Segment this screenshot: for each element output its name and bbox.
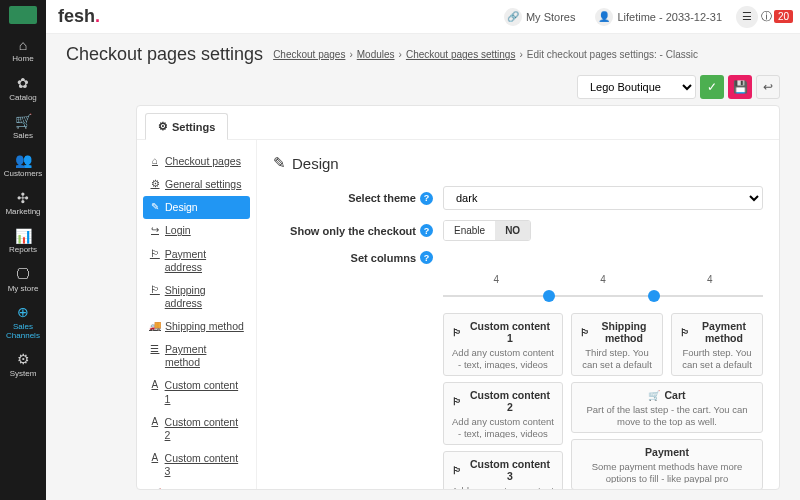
menu-icon: ☰ xyxy=(149,343,161,369)
settings-panel: ⚙Settings ⌂Checkout pages⚙General settin… xyxy=(136,105,780,490)
nav-icon: ⊕ xyxy=(0,305,46,320)
col-val: 4 xyxy=(656,274,763,289)
card-custom2[interactable]: 🏳Custom content 2Add any custom content … xyxy=(443,382,563,445)
sidemenu-custom-content-3[interactable]: ACustom content 3 xyxy=(143,447,250,483)
col-val: 4 xyxy=(443,274,550,289)
tab-settings[interactable]: ⚙Settings xyxy=(145,113,228,140)
menu-icon: A xyxy=(149,452,161,478)
flag-icon: 🏳 xyxy=(680,327,690,338)
nav-icon: 📊 xyxy=(0,229,46,244)
nav-marketing[interactable]: ✣Marketing xyxy=(0,185,46,223)
toggle-enable[interactable]: Enable xyxy=(444,221,495,240)
help-icon[interactable]: ? xyxy=(420,224,433,237)
section-title: ✎Design xyxy=(273,154,763,172)
nav-sales[interactable]: 🛒Sales xyxy=(0,108,46,146)
sidemenu-login[interactable]: ↪Login xyxy=(143,219,250,242)
nav-sales-channels[interactable]: ⊕Sales Channels xyxy=(0,299,46,346)
flag-icon: 🏳 xyxy=(452,396,462,407)
content-area: ✎Design Select theme? dark Show only the… xyxy=(257,140,779,489)
plan-chip[interactable]: 👤Lifetime - 2033-12-31 xyxy=(589,8,728,26)
card-shipping-method[interactable]: 🏳Shipping methodThird step. You can set … xyxy=(571,313,663,376)
card-payment-method[interactable]: 🏳Payment methodFourth step. You can set … xyxy=(671,313,763,376)
slider-handle[interactable] xyxy=(543,290,555,302)
nav-icon: ✿ xyxy=(0,76,46,91)
sidemenu-shipping-address[interactable]: 🏳Shipping address xyxy=(143,279,250,315)
nav-icon: ⌂ xyxy=(0,38,46,53)
flag-icon: 🏳 xyxy=(580,327,590,338)
nav-icon: ⚙ xyxy=(0,352,46,367)
menu-icon: ⚙ xyxy=(149,178,161,191)
toggle-no[interactable]: NO xyxy=(495,221,530,240)
menu-icon: 🛒 xyxy=(149,488,161,489)
card-custom1[interactable]: 🏳Custom content 1Add any custom content … xyxy=(443,313,563,376)
menu-icon: ⌂ xyxy=(149,155,161,168)
back-button[interactable]: ↩ xyxy=(756,75,780,99)
topbar: fesh. 🔗My Stores 👤Lifetime - 2033-12-31 … xyxy=(46,0,800,34)
sidemenu-payment-address[interactable]: 🏳Payment address xyxy=(143,243,250,279)
nav-customers[interactable]: 👥Customers xyxy=(0,147,46,185)
logo: fesh. xyxy=(58,6,100,27)
card-custom3[interactable]: 🏳Custom content 3Add any custom content … xyxy=(443,451,563,489)
columns-label: Set columns? xyxy=(273,251,443,264)
crumb-link[interactable]: Checkout pages xyxy=(273,49,345,60)
crumb-link[interactable]: Checkout pages settings xyxy=(406,49,516,60)
sidemenu-general-settings[interactable]: ⚙General settings xyxy=(143,173,250,196)
left-sidebar: ⌂Home✿Catalog🛒Sales👥Customers✣Marketing📊… xyxy=(0,0,46,500)
theme-select[interactable]: dark xyxy=(443,186,763,210)
sidemenu-shipping-method[interactable]: 🚚Shipping method xyxy=(143,315,250,338)
nav-my-store[interactable]: 🖵My store xyxy=(0,261,46,299)
link-icon: 🔗 xyxy=(504,8,522,26)
only-checkout-toggle[interactable]: Enable NO xyxy=(443,220,531,241)
gear-icon: ⚙ xyxy=(158,120,168,133)
sidemenu-custom-content-1[interactable]: ACustom content 1 xyxy=(143,374,250,410)
nav-reports[interactable]: 📊Reports xyxy=(0,223,46,261)
nav-home[interactable]: ⌂Home xyxy=(0,32,46,70)
sidemenu-payment-method[interactable]: ☰Payment method xyxy=(143,338,250,374)
menu-icon: A xyxy=(149,416,161,442)
menu-button[interactable]: ☰ xyxy=(736,6,758,28)
slider-handle[interactable] xyxy=(648,290,660,302)
sidemenu-cart-confirm[interactable]: 🛒Cart & Confirm xyxy=(143,483,250,489)
menu-icon: ✎ xyxy=(149,201,161,214)
menu-icon: 🚚 xyxy=(149,320,161,333)
menu-icon: A xyxy=(149,379,161,405)
sidemenu-checkout-pages[interactable]: ⌂Checkout pages xyxy=(143,150,250,173)
user-icon: 👤 xyxy=(595,8,613,26)
menu-icon: ↪ xyxy=(149,224,161,237)
theme-label: Select theme? xyxy=(273,192,443,205)
page-header: Checkout pages settings Checkout pages› … xyxy=(46,34,800,105)
nav-icon: 👥 xyxy=(0,153,46,168)
crumb-tail: Edit checkout pages settings: - Classic xyxy=(527,49,698,60)
menu-icon: 🏳 xyxy=(149,248,161,274)
menu-icon: 🏳 xyxy=(149,284,161,310)
nav-icon: 🛒 xyxy=(0,114,46,129)
sidemenu-custom-content-2[interactable]: ACustom content 2 xyxy=(143,411,250,447)
help-icon[interactable]: ? xyxy=(420,251,433,264)
only-checkout-label: Show only the checkout? xyxy=(273,224,443,237)
card-payment[interactable]: PaymentSome payment methods have more op… xyxy=(571,439,763,489)
col-val: 4 xyxy=(550,274,657,289)
nav-catalog[interactable]: ✿Catalog xyxy=(0,70,46,108)
store-select[interactable]: Lego Boutique xyxy=(577,75,696,99)
settings-sidemenu: ⌂Checkout pages⚙General settings✎Design↪… xyxy=(137,140,257,489)
breadcrumb: Checkout pages› Modules› Checkout pages … xyxy=(273,49,698,60)
nav-system[interactable]: ⚙System xyxy=(0,346,46,384)
flag-icon: 🏳 xyxy=(452,465,462,476)
notifications-button[interactable]: ⓘ20 xyxy=(766,6,788,28)
columns-slider[interactable] xyxy=(443,289,763,303)
help-icon[interactable]: ? xyxy=(420,192,433,205)
sidemenu-design[interactable]: ✎Design xyxy=(143,196,250,219)
page-title: Checkout pages settings xyxy=(66,44,263,65)
cart-icon: 🛒 xyxy=(648,390,660,401)
brush-icon: ✎ xyxy=(273,154,286,172)
brand-mark xyxy=(9,6,37,24)
flag-icon: 🏳 xyxy=(452,327,462,338)
card-cart[interactable]: 🛒CartPart of the last step - the cart. Y… xyxy=(571,382,763,433)
nav-icon: 🖵 xyxy=(0,267,46,282)
save-alt-button[interactable]: 💾 xyxy=(728,75,752,99)
nav-icon: ✣ xyxy=(0,191,46,206)
crumb-link[interactable]: Modules xyxy=(357,49,395,60)
notif-badge: 20 xyxy=(774,10,793,23)
save-button[interactable]: ✓ xyxy=(700,75,724,99)
my-stores-link[interactable]: 🔗My Stores xyxy=(498,8,582,26)
